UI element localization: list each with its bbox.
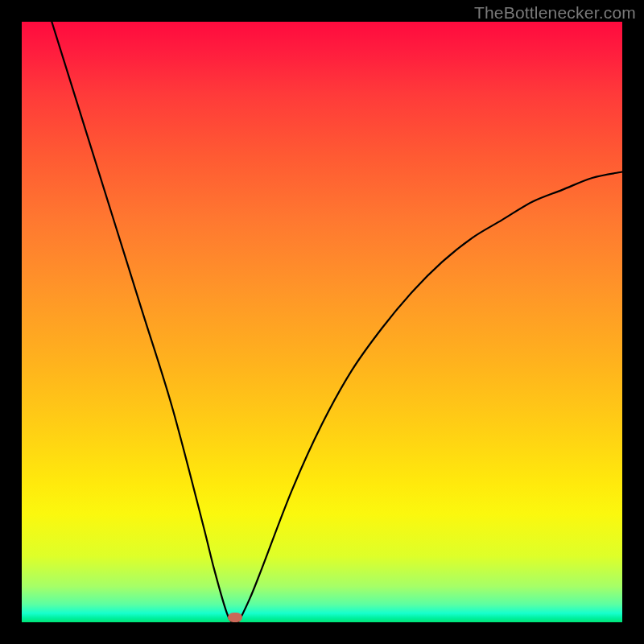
minimum-marker <box>228 613 242 622</box>
chart-frame: TheBottlenecker.com <box>0 0 644 644</box>
plot-area <box>22 22 622 622</box>
watermark-text: TheBottlenecker.com <box>474 3 636 23</box>
bottleneck-curve <box>22 22 622 622</box>
